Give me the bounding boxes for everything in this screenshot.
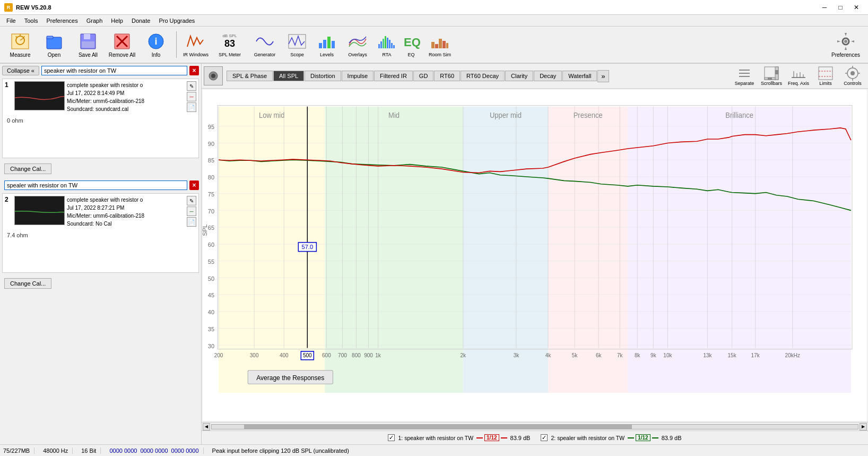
measurement-2-top: 2 complete speaker with resistor o Jul 1… [3,194,198,230]
svg-text:9k: 9k [650,352,656,358]
svg-text:90: 90 [208,140,214,147]
close-button[interactable]: ✕ [849,2,864,13]
tab-all-spl[interactable]: All SPL [273,71,304,81]
measurement-1-color-icon[interactable]: ─ [187,92,196,101]
svg-text:400: 400 [280,352,289,358]
scroll-track[interactable] [211,424,858,429]
menu-donate[interactable]: Donate [127,16,154,25]
eq-icon: EQ [402,32,421,51]
measurement-1-preview [14,81,65,110]
menu-help[interactable]: Help [107,16,127,25]
measurement-1-header: Collapse « × [0,64,201,78]
svg-rect-30 [431,42,435,48]
measurement-2-color-icon[interactable]: ─ [187,207,196,216]
ir-windows-button[interactable]: IR Windows [181,28,211,61]
remove-all-button[interactable]: Remove All [106,28,138,61]
scroll-left-button[interactable]: ◀ [203,423,210,431]
minimize-button[interactable]: ─ [817,2,832,13]
legend-bar: ✓ 1: speaker with resistor on TW 1/12 83… [202,431,868,444]
svg-rect-46 [775,70,778,74]
info-icon: i [146,32,166,51]
scroll-thumb[interactable] [244,425,632,429]
save-icon [79,32,98,51]
measurement-1-edit-icon[interactable]: ✎ [187,81,196,91]
svg-text:3k: 3k [514,352,519,358]
legend-2-checkbox[interactable]: ✓ [541,434,548,441]
menu-graph[interactable]: Graph [82,16,107,25]
tab-spl-phase[interactable]: SPL & Phase [227,71,273,81]
measurement-1-name-input[interactable] [41,66,187,75]
measurement-2-edit-icon[interactable]: ✎ [187,196,196,205]
measurement-2-notes-icon[interactable]: 📄 [187,217,196,227]
tab-distortion[interactable]: Distortion [305,71,341,81]
svg-text:900: 900 [364,352,373,358]
measurement-2-close-button[interactable]: × [189,180,199,190]
svg-rect-33 [442,41,446,48]
overlays-button[interactable]: Overlays [342,28,373,61]
tab-impulse[interactable]: Impulse [342,71,374,81]
maximize-button[interactable]: □ [833,2,848,13]
measurement-1-notes-icon[interactable]: 📄 [187,102,196,112]
svg-text:Upper mid: Upper mid [490,111,522,119]
tab-rt60-decay[interactable]: RT60 Decay [461,71,505,81]
svg-text:95: 95 [208,124,214,130]
svg-rect-65 [325,107,463,393]
scope-icon [288,32,307,51]
menu-file[interactable]: File [2,16,20,25]
svg-text:13k: 13k [703,352,712,358]
tab-filtered-ir[interactable]: Filtered IR [374,71,413,81]
info-button[interactable]: i Info [140,28,172,61]
spl-meter-button[interactable]: dB SPL 83 SPL Meter [213,28,247,61]
measurement-1-number: 1 [5,81,12,89]
svg-rect-31 [435,44,438,48]
tab-gd[interactable]: GD [413,71,434,81]
eq-button[interactable]: EQ EQ [401,28,422,61]
svg-rect-17 [319,43,322,48]
limits-button[interactable]: Limits [812,65,839,87]
remove-icon [112,32,132,51]
titlebar: R REW V5.20.8 ─ □ ✕ [0,0,868,15]
svg-rect-21 [378,44,380,48]
measurement-1-change-cal-button[interactable]: Change Cal... [4,164,51,174]
scrollbars-button[interactable]: Scrollbars [758,65,785,87]
menu-preferences[interactable]: Preferences [42,16,82,25]
svg-text:4k: 4k [545,352,551,358]
measurement-2-change-cal-button[interactable]: Change Cal... [4,278,51,289]
preferences-button[interactable]: Preferences [828,28,864,61]
svg-text:Low mid: Low mid [259,111,284,119]
measure-button[interactable]: Measure [4,28,36,61]
statusbar: 75/227MB 48000 Hz 16 Bit 0000 0000 0000 … [0,444,868,456]
svg-text:5k: 5k [572,352,578,358]
menu-tools[interactable]: Tools [20,16,42,25]
tab-clarity[interactable]: Clarity [505,71,533,81]
tab-decay[interactable]: Decay [534,71,562,81]
capture-button[interactable] [204,66,223,85]
measurement-1-close-button[interactable]: × [189,66,199,75]
open-button[interactable]: Open [38,28,70,61]
room-sim-button[interactable]: Room Sim [424,28,456,61]
scrollbar-row: ◀ ▶ [202,422,868,431]
svg-text:Presence: Presence [574,111,603,119]
separate-button[interactable]: Separate [731,65,758,87]
sidebar: Collapse « × 1 complete speaker with res… [0,64,202,444]
levels-button[interactable]: Levels [314,28,340,61]
collapse-button[interactable]: Collapse « [2,66,39,75]
generator-button[interactable]: Generator [249,28,281,61]
rta-button[interactable]: RTA [375,28,398,61]
scroll-right-button[interactable]: ▶ [860,423,867,431]
svg-text:75: 75 [208,191,214,197]
ir-windows-icon [186,32,205,51]
legend-1-checkbox[interactable]: ✓ [388,434,395,441]
controls-button[interactable]: Controls [839,65,866,87]
app-icon: R [4,3,13,12]
save-all-button[interactable]: Save All [72,28,104,61]
scope-button[interactable]: Scope [283,28,311,61]
tab-waterfall[interactable]: Waterfall [562,71,597,81]
measurement-2-name-input[interactable] [4,180,187,190]
freq-axis-button[interactable]: Freq. Axis [785,65,812,87]
tab-more-button[interactable]: » [597,70,609,82]
menu-pro-upgrades[interactable]: Pro Upgrades [154,16,199,25]
svg-text:35: 35 [208,326,214,332]
graph-container: Low mid Mid Upper mid Presence Brillianc… [203,90,867,421]
tab-rt60[interactable]: RT60 [434,71,460,81]
